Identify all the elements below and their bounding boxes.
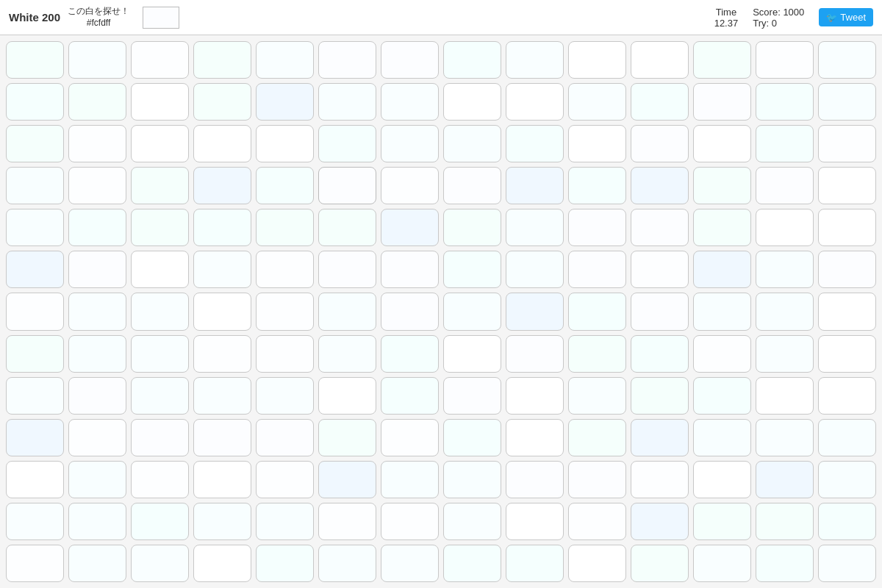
tile[interactable] [443, 503, 501, 540]
tile[interactable] [443, 167, 501, 204]
tile[interactable] [818, 41, 876, 79]
tile[interactable] [318, 209, 376, 246]
tile[interactable] [6, 503, 64, 540]
tile[interactable] [693, 41, 751, 79]
tile[interactable] [6, 83, 64, 121]
tile[interactable] [631, 503, 689, 540]
tile[interactable] [256, 209, 314, 246]
tile[interactable] [568, 545, 626, 582]
tile[interactable] [318, 503, 376, 540]
tile[interactable] [568, 377, 626, 415]
tile[interactable] [256, 377, 314, 415]
tile[interactable] [318, 377, 376, 415]
tile[interactable] [68, 209, 126, 246]
tile[interactable] [506, 377, 564, 415]
tile[interactable] [193, 83, 251, 121]
tile[interactable] [818, 167, 876, 204]
tile[interactable] [693, 167, 751, 204]
tile[interactable] [756, 251, 814, 288]
tile[interactable] [131, 209, 189, 246]
tile[interactable] [381, 125, 439, 162]
tile[interactable] [381, 545, 439, 582]
tile[interactable] [6, 545, 64, 582]
tile[interactable] [318, 293, 376, 330]
tile[interactable] [256, 83, 314, 121]
tile[interactable] [693, 377, 751, 415]
tile[interactable] [381, 209, 439, 246]
tile[interactable] [68, 335, 126, 373]
tile[interactable] [193, 125, 251, 162]
tile[interactable] [131, 125, 189, 162]
tile[interactable] [318, 461, 376, 498]
tile[interactable] [568, 461, 626, 498]
tile[interactable] [443, 293, 501, 330]
tile[interactable] [131, 461, 189, 498]
tile[interactable] [443, 209, 501, 246]
tile[interactable] [318, 167, 376, 204]
tile[interactable] [381, 293, 439, 330]
tile[interactable] [131, 41, 189, 79]
tile[interactable] [256, 545, 314, 582]
tile[interactable] [318, 545, 376, 582]
tile[interactable] [381, 41, 439, 79]
tile[interactable] [6, 251, 64, 288]
tile[interactable] [506, 293, 564, 330]
tile[interactable] [131, 335, 189, 373]
tile[interactable] [818, 335, 876, 373]
tile[interactable] [568, 503, 626, 540]
tile[interactable] [318, 251, 376, 288]
tile[interactable] [568, 167, 626, 204]
tile[interactable] [631, 293, 689, 330]
tile[interactable] [256, 293, 314, 330]
tile[interactable] [381, 377, 439, 415]
tile[interactable] [568, 41, 626, 79]
tile[interactable] [68, 125, 126, 162]
tile[interactable] [443, 545, 501, 582]
tile[interactable] [68, 377, 126, 415]
tile[interactable] [693, 419, 751, 456]
tile[interactable] [693, 545, 751, 582]
tile[interactable] [506, 545, 564, 582]
tile[interactable] [568, 293, 626, 330]
tile[interactable] [568, 125, 626, 162]
tile[interactable] [131, 251, 189, 288]
tile[interactable] [193, 251, 251, 288]
tile[interactable] [818, 377, 876, 415]
tile[interactable] [756, 461, 814, 498]
tile[interactable] [443, 461, 501, 498]
tile[interactable] [318, 83, 376, 121]
tile[interactable] [131, 419, 189, 456]
tile[interactable] [256, 461, 314, 498]
tile[interactable] [568, 419, 626, 456]
tile[interactable] [193, 461, 251, 498]
tile[interactable] [818, 83, 876, 121]
tile[interactable] [756, 125, 814, 162]
tile[interactable] [443, 419, 501, 456]
tile[interactable] [506, 167, 564, 204]
tile[interactable] [443, 251, 501, 288]
tile[interactable] [818, 503, 876, 540]
tile[interactable] [318, 419, 376, 456]
tile[interactable] [443, 377, 501, 415]
tile[interactable] [193, 41, 251, 79]
tile[interactable] [693, 503, 751, 540]
tile[interactable] [6, 461, 64, 498]
tile[interactable] [631, 377, 689, 415]
tile[interactable] [256, 125, 314, 162]
tile[interactable] [631, 461, 689, 498]
tile[interactable] [256, 41, 314, 79]
tile[interactable] [6, 293, 64, 330]
tile[interactable] [818, 545, 876, 582]
tile[interactable] [131, 377, 189, 415]
tile[interactable] [818, 125, 876, 162]
tile[interactable] [756, 41, 814, 79]
tile[interactable] [756, 503, 814, 540]
tile[interactable] [818, 209, 876, 246]
tile[interactable] [381, 167, 439, 204]
tile[interactable] [693, 461, 751, 498]
tile[interactable] [693, 335, 751, 373]
tile[interactable] [318, 125, 376, 162]
tile[interactable] [443, 125, 501, 162]
tile[interactable] [68, 41, 126, 79]
tile[interactable] [818, 251, 876, 288]
